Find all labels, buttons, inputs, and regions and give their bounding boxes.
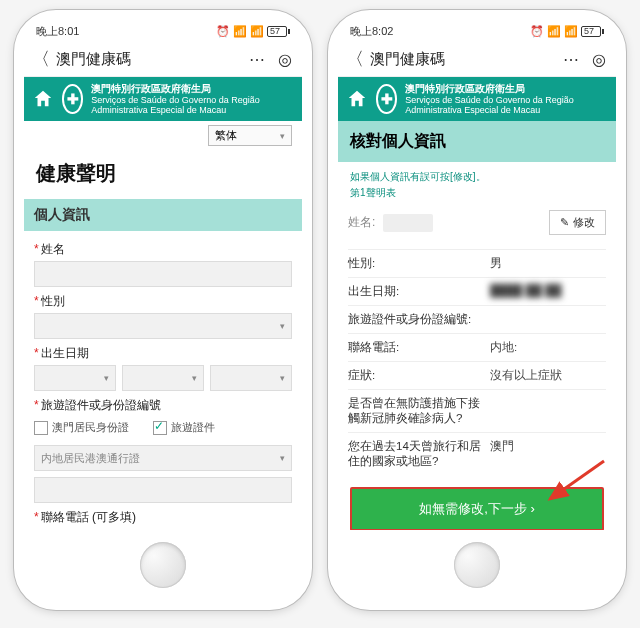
check-resident[interactable]: 澳門居民身份證 <box>34 420 129 435</box>
battery-icon: 57 <box>581 26 604 37</box>
dob-value-redacted: ████ ██ ██ <box>490 284 606 299</box>
phone-right: 晚上8:02 ⏰ 📶 📶 57 〈 澳門健康碼 ⋯ ◎ ✚ <box>328 10 626 610</box>
more-icon[interactable]: ⋯ <box>562 50 580 68</box>
brand-bar: ✚ 澳門特別行政區政府衛生局 Serviços de Saúde do Gove… <box>338 77 616 121</box>
status-icons: ⏰ 📶 📶 57 <box>216 25 290 38</box>
home-icon[interactable] <box>346 87 368 111</box>
chevron-down-icon: ▾ <box>280 453 285 463</box>
target-icon[interactable]: ◎ <box>276 50 294 68</box>
chevron-down-icon: ▾ <box>280 131 285 141</box>
select-dob-year[interactable]: ▾ <box>34 365 116 391</box>
select-id-type[interactable]: 内地居民港澳通行證▾ <box>34 445 292 471</box>
label-phone: 聯絡電話 (可多填) <box>34 509 292 526</box>
next-button-wrap: 如無需修改,下一步 › <box>348 487 606 530</box>
name-value-redacted <box>383 214 433 232</box>
check-travel[interactable]: 旅遊證件 <box>153 420 215 435</box>
home-button[interactable] <box>140 542 186 588</box>
next-button[interactable]: 如無需修改,下一步 › <box>350 487 604 530</box>
screen-right: 晚上8:02 ⏰ 📶 📶 57 〈 澳門健康碼 ⋯ ◎ ✚ <box>338 20 616 530</box>
label-name: 姓名 <box>34 241 292 258</box>
edit-button[interactable]: ✎ 修改 <box>549 210 606 235</box>
row-contact: 是否曾在無防護措施下接觸新冠肺炎確診病人? <box>348 389 606 432</box>
hint-text: 如果個人資訊有誤可按[修改]。 <box>350 170 604 184</box>
page-title: 健康聲明 <box>36 160 290 187</box>
name-label: 姓名: <box>348 214 375 231</box>
select-dob-month[interactable]: ▾ <box>122 365 204 391</box>
wifi-icon: 📶 <box>564 25 578 38</box>
screen-left: 晚上8:01 ⏰ 📶 📶 57 〈 澳門健康碼 ⋯ ◎ ✚ <box>24 20 302 530</box>
target-icon[interactable]: ◎ <box>590 50 608 68</box>
signal-icon: 📶 <box>233 25 247 38</box>
row-symptoms: 症狀: 沒有以上症狀 <box>348 361 606 389</box>
status-icons: ⏰ 📶 📶 57 <box>530 25 604 38</box>
language-row: 繁体▾ <box>24 121 302 150</box>
nav-title: 澳門健康碼 <box>370 50 556 69</box>
section-header: 個人資訊 <box>24 199 302 231</box>
label-id: 旅遊證件或身份證編號 <box>34 397 292 414</box>
row-dob: 出生日期: ████ ██ ██ <box>348 277 606 305</box>
select-gender[interactable]: ▾ <box>34 313 292 339</box>
select-dob-day[interactable]: ▾ <box>210 365 292 391</box>
home-icon[interactable] <box>32 87 54 111</box>
brand-text: 澳門特別行政區政府衛生局 Serviços de Saúde do Govern… <box>91 83 294 115</box>
home-button[interactable] <box>454 542 500 588</box>
nav-bar: 〈 澳門健康碼 ⋯ ◎ <box>338 42 616 77</box>
back-icon[interactable]: 〈 <box>346 47 364 71</box>
content-left: 健康聲明 個人資訊 姓名 性別 ▾ 出生日期 ▾ ▾ ▾ 旅遊證件或身份證編號 … <box>24 150 302 530</box>
input-id-number[interactable] <box>34 477 292 503</box>
nav-title: 澳門健康碼 <box>56 50 242 69</box>
health-badge-icon: ✚ <box>376 84 397 114</box>
nav-bar: 〈 澳門健康碼 ⋯ ◎ <box>24 42 302 77</box>
alarm-icon: ⏰ <box>216 25 230 38</box>
status-bar: 晚上8:01 ⏰ 📶 📶 57 <box>24 20 302 42</box>
name-row: 姓名: ✎ 修改 <box>348 210 606 235</box>
status-time: 晚上8:02 <box>350 24 393 39</box>
status-bar: 晚上8:02 ⏰ 📶 📶 57 <box>338 20 616 42</box>
back-icon[interactable]: 〈 <box>32 47 50 71</box>
wifi-icon: 📶 <box>250 25 264 38</box>
phone-left: 晚上8:01 ⏰ 📶 📶 57 〈 澳門健康碼 ⋯ ◎ ✚ <box>14 10 312 610</box>
signal-icon: 📶 <box>547 25 561 38</box>
content-right: 如果個人資訊有誤可按[修改]。 第1聲明表 姓名: ✎ 修改 性別: 男 出生日… <box>338 162 616 530</box>
row-travel: 您在過去14天曾旅行和居住的國家或地區? 澳門 <box>348 432 606 475</box>
dob-row: ▾ ▾ ▾ <box>34 365 292 391</box>
brand-text: 澳門特別行政區政府衛生局 Serviços de Saúde do Govern… <box>405 83 608 115</box>
row-phone: 聯絡電話: 内地: <box>348 333 606 361</box>
pencil-icon: ✎ <box>560 216 569 229</box>
hint-text-2: 第1聲明表 <box>350 186 604 200</box>
id-type-checks: 澳門居民身份證 旅遊證件 <box>34 420 292 435</box>
language-select[interactable]: 繁体▾ <box>208 125 292 146</box>
battery-icon: 57 <box>267 26 290 37</box>
row-gender: 性別: 男 <box>348 249 606 277</box>
more-icon[interactable]: ⋯ <box>248 50 266 68</box>
health-badge-icon: ✚ <box>62 84 83 114</box>
label-gender: 性別 <box>34 293 292 310</box>
chevron-down-icon: ▾ <box>280 321 285 331</box>
label-dob: 出生日期 <box>34 345 292 362</box>
brand-bar: ✚ 澳門特別行政區政府衛生局 Serviços de Saúde do Gove… <box>24 77 302 121</box>
status-time: 晚上8:01 <box>36 24 79 39</box>
row-id: 旅遊證件或身份證編號: <box>348 305 606 333</box>
verify-header: 核對個人資訊 <box>338 121 616 162</box>
alarm-icon: ⏰ <box>530 25 544 38</box>
input-name[interactable] <box>34 261 292 287</box>
